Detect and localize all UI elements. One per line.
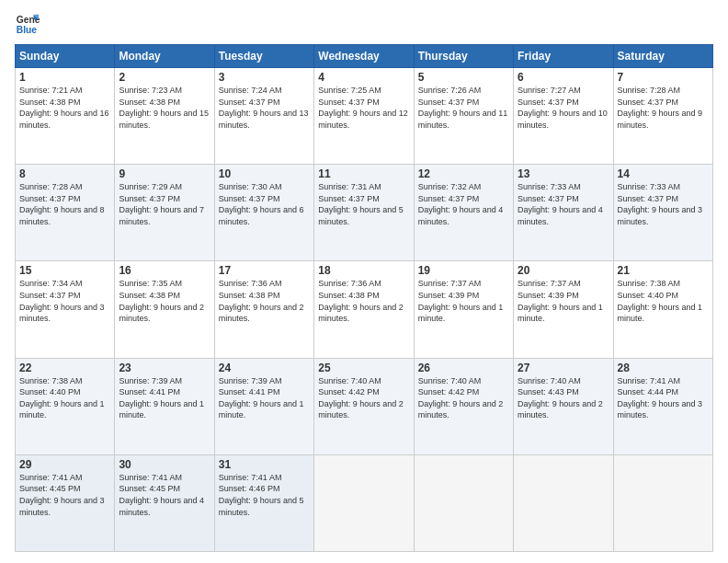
day-info: Sunrise: 7:37 AM Sunset: 4:39 PM Dayligh… — [518, 278, 609, 324]
calendar-day-cell: 22 Sunrise: 7:38 AM Sunset: 4:40 PM Dayl… — [16, 358, 115, 454]
day-number: 16 — [119, 264, 210, 277]
day-number: 1 — [19, 71, 110, 84]
calendar-day-cell: 6 Sunrise: 7:27 AM Sunset: 4:37 PM Dayli… — [514, 68, 613, 165]
day-info: Sunrise: 7:28 AM Sunset: 4:37 PM Dayligh… — [19, 181, 110, 227]
calendar-day-cell: 15 Sunrise: 7:34 AM Sunset: 4:37 PM Dayl… — [16, 261, 115, 358]
column-header-tuesday: Tuesday — [214, 45, 313, 68]
day-number: 29 — [19, 458, 110, 471]
day-info: Sunrise: 7:29 AM Sunset: 4:37 PM Dayligh… — [119, 181, 210, 227]
calendar-day-cell: 1 Sunrise: 7:21 AM Sunset: 4:38 PM Dayli… — [16, 68, 115, 165]
calendar-day-cell: 16 Sunrise: 7:35 AM Sunset: 4:38 PM Dayl… — [115, 261, 214, 358]
calendar-week-row: 8 Sunrise: 7:28 AM Sunset: 4:37 PM Dayli… — [16, 165, 713, 261]
day-info: Sunrise: 7:33 AM Sunset: 4:37 PM Dayligh… — [518, 181, 609, 227]
day-number: 12 — [418, 167, 509, 180]
day-number: 13 — [518, 167, 609, 180]
day-number: 3 — [219, 71, 310, 84]
day-number: 7 — [618, 71, 709, 84]
calendar-day-cell: 11 Sunrise: 7:31 AM Sunset: 4:37 PM Dayl… — [314, 165, 414, 261]
day-info: Sunrise: 7:41 AM Sunset: 4:46 PM Dayligh… — [219, 472, 310, 518]
day-number: 2 — [119, 71, 210, 84]
calendar-table: SundayMondayTuesdayWednesdayThursdayFrid… — [15, 44, 713, 552]
calendar-day-cell: 5 Sunrise: 7:26 AM Sunset: 4:37 PM Dayli… — [414, 68, 513, 165]
day-info: Sunrise: 7:36 AM Sunset: 4:38 PM Dayligh… — [219, 278, 310, 324]
calendar-header-row: SundayMondayTuesdayWednesdayThursdayFrid… — [16, 45, 713, 68]
calendar-day-cell: 9 Sunrise: 7:29 AM Sunset: 4:37 PM Dayli… — [115, 165, 214, 261]
day-info: Sunrise: 7:28 AM Sunset: 4:37 PM Dayligh… — [618, 85, 709, 131]
day-number: 25 — [318, 362, 409, 374]
calendar-day-cell: 19 Sunrise: 7:37 AM Sunset: 4:39 PM Dayl… — [414, 261, 513, 358]
day-info: Sunrise: 7:24 AM Sunset: 4:37 PM Dayligh… — [219, 85, 310, 131]
page: General Blue SundayMondayTuesdayWednesda… — [0, 0, 728, 563]
day-info: Sunrise: 7:40 AM Sunset: 4:43 PM Dayligh… — [518, 375, 609, 421]
day-info: Sunrise: 7:32 AM Sunset: 4:37 PM Dayligh… — [418, 181, 509, 227]
column-header-friday: Friday — [514, 45, 613, 68]
day-info: Sunrise: 7:33 AM Sunset: 4:37 PM Dayligh… — [618, 181, 709, 227]
day-info: Sunrise: 7:34 AM Sunset: 4:37 PM Dayligh… — [19, 278, 110, 324]
day-number: 18 — [318, 264, 409, 277]
day-info: Sunrise: 7:37 AM Sunset: 4:39 PM Dayligh… — [418, 278, 509, 324]
calendar-day-cell: 26 Sunrise: 7:40 AM Sunset: 4:42 PM Dayl… — [414, 358, 513, 454]
calendar-day-cell — [414, 454, 513, 551]
calendar-week-row: 29 Sunrise: 7:41 AM Sunset: 4:45 PM Dayl… — [16, 454, 713, 551]
day-number: 23 — [119, 362, 210, 374]
calendar-week-row: 15 Sunrise: 7:34 AM Sunset: 4:37 PM Dayl… — [16, 261, 713, 358]
calendar-day-cell: 2 Sunrise: 7:23 AM Sunset: 4:38 PM Dayli… — [115, 68, 214, 165]
calendar-day-cell: 21 Sunrise: 7:38 AM Sunset: 4:40 PM Dayl… — [613, 261, 712, 358]
day-info: Sunrise: 7:26 AM Sunset: 4:37 PM Dayligh… — [418, 85, 509, 131]
calendar-week-row: 22 Sunrise: 7:38 AM Sunset: 4:40 PM Dayl… — [16, 358, 713, 454]
day-number: 14 — [618, 167, 709, 180]
day-number: 20 — [518, 264, 609, 277]
calendar-day-cell: 25 Sunrise: 7:40 AM Sunset: 4:42 PM Dayl… — [314, 358, 414, 454]
header: General Blue — [15, 11, 713, 37]
day-number: 11 — [318, 167, 409, 180]
calendar-day-cell — [514, 454, 613, 551]
day-number: 31 — [219, 458, 310, 471]
column-header-saturday: Saturday — [613, 45, 712, 68]
calendar-day-cell: 17 Sunrise: 7:36 AM Sunset: 4:38 PM Dayl… — [214, 261, 313, 358]
column-header-thursday: Thursday — [414, 45, 513, 68]
calendar-day-cell: 4 Sunrise: 7:25 AM Sunset: 4:37 PM Dayli… — [314, 68, 414, 165]
calendar-day-cell: 31 Sunrise: 7:41 AM Sunset: 4:46 PM Dayl… — [214, 454, 313, 551]
calendar-day-cell: 13 Sunrise: 7:33 AM Sunset: 4:37 PM Dayl… — [514, 165, 613, 261]
calendar-day-cell: 18 Sunrise: 7:36 AM Sunset: 4:38 PM Dayl… — [314, 261, 414, 358]
day-info: Sunrise: 7:36 AM Sunset: 4:38 PM Dayligh… — [318, 278, 409, 324]
day-number: 27 — [518, 362, 609, 374]
day-number: 22 — [19, 362, 110, 374]
day-number: 26 — [418, 362, 509, 374]
logo: General Blue — [15, 11, 40, 37]
day-info: Sunrise: 7:21 AM Sunset: 4:38 PM Dayligh… — [19, 85, 110, 131]
day-number: 30 — [119, 458, 210, 471]
calendar-day-cell: 7 Sunrise: 7:28 AM Sunset: 4:37 PM Dayli… — [613, 68, 712, 165]
calendar-day-cell: 30 Sunrise: 7:41 AM Sunset: 4:45 PM Dayl… — [115, 454, 214, 551]
day-info: Sunrise: 7:27 AM Sunset: 4:37 PM Dayligh… — [518, 85, 609, 131]
day-number: 15 — [19, 264, 110, 277]
calendar-day-cell — [613, 454, 712, 551]
day-number: 4 — [318, 71, 409, 84]
day-info: Sunrise: 7:25 AM Sunset: 4:37 PM Dayligh… — [318, 85, 409, 131]
day-number: 21 — [618, 264, 709, 277]
calendar-day-cell: 27 Sunrise: 7:40 AM Sunset: 4:43 PM Dayl… — [514, 358, 613, 454]
column-header-wednesday: Wednesday — [314, 45, 414, 68]
calendar-day-cell: 14 Sunrise: 7:33 AM Sunset: 4:37 PM Dayl… — [613, 165, 712, 261]
calendar-day-cell: 20 Sunrise: 7:37 AM Sunset: 4:39 PM Dayl… — [514, 261, 613, 358]
calendar-day-cell: 23 Sunrise: 7:39 AM Sunset: 4:41 PM Dayl… — [115, 358, 214, 454]
calendar-day-cell: 24 Sunrise: 7:39 AM Sunset: 4:41 PM Dayl… — [214, 358, 313, 454]
day-info: Sunrise: 7:23 AM Sunset: 4:38 PM Dayligh… — [119, 85, 210, 131]
column-header-sunday: Sunday — [16, 45, 115, 68]
day-info: Sunrise: 7:31 AM Sunset: 4:37 PM Dayligh… — [318, 181, 409, 227]
day-number: 10 — [219, 167, 310, 180]
day-info: Sunrise: 7:35 AM Sunset: 4:38 PM Dayligh… — [119, 278, 210, 324]
logo-icon: General Blue — [15, 11, 40, 37]
day-info: Sunrise: 7:40 AM Sunset: 4:42 PM Dayligh… — [418, 375, 509, 421]
day-number: 28 — [618, 362, 709, 374]
day-info: Sunrise: 7:41 AM Sunset: 4:45 PM Dayligh… — [119, 472, 210, 518]
day-info: Sunrise: 7:41 AM Sunset: 4:45 PM Dayligh… — [19, 472, 110, 518]
day-info: Sunrise: 7:40 AM Sunset: 4:42 PM Dayligh… — [318, 375, 409, 421]
day-number: 24 — [219, 362, 310, 374]
day-info: Sunrise: 7:38 AM Sunset: 4:40 PM Dayligh… — [19, 375, 110, 421]
column-header-monday: Monday — [115, 45, 214, 68]
calendar-day-cell: 10 Sunrise: 7:30 AM Sunset: 4:37 PM Dayl… — [214, 165, 313, 261]
svg-text:Blue: Blue — [17, 25, 38, 35]
day-info: Sunrise: 7:30 AM Sunset: 4:37 PM Dayligh… — [219, 181, 310, 227]
calendar-day-cell: 29 Sunrise: 7:41 AM Sunset: 4:45 PM Dayl… — [16, 454, 115, 551]
